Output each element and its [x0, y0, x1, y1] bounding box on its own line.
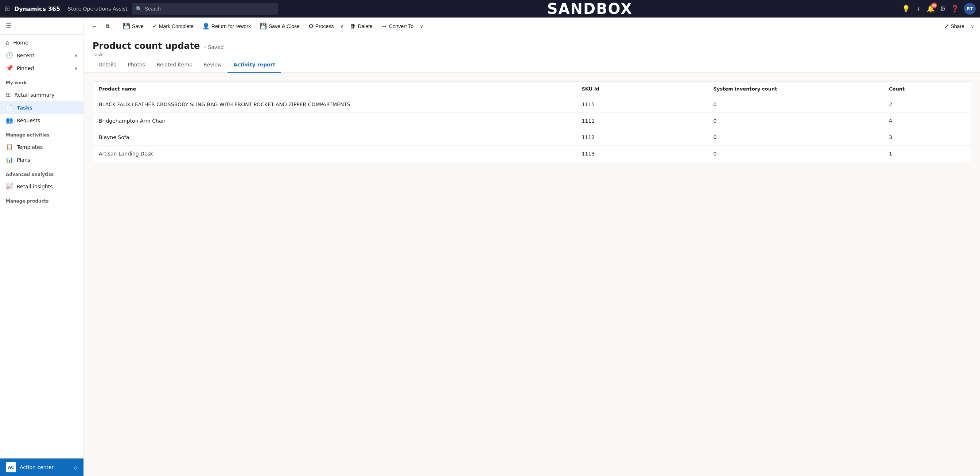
share-chevron-button[interactable]: ∨: [969, 22, 975, 31]
table-header: Product name SKU Id System inventory cou…: [93, 82, 971, 96]
home-icon: ⌂: [6, 39, 10, 46]
table-header-row: Product name SKU Id System inventory cou…: [93, 82, 971, 96]
user-avatar[interactable]: RT: [964, 3, 975, 14]
convert-to-button[interactable]: ↔ Convert To: [378, 21, 417, 32]
body-layout: ☰ ⌂ Home 🕐 Recent ∨ 📌 Pinned ∨ My work ⊞…: [0, 18, 980, 476]
column-header-system-inventory-count: System inventory count: [708, 82, 883, 96]
convert-icon: ↔: [381, 23, 387, 30]
search-input[interactable]: [145, 6, 274, 12]
advanced-analytics-label: Advanced analytics: [0, 168, 83, 179]
table-row[interactable]: Artisan Landing Desk 1113 0 1: [93, 145, 971, 162]
sandbox-label: SANDBOX: [282, 0, 897, 17]
tab-activity-report[interactable]: Activity report: [228, 57, 281, 73]
sidebar-item-label: Templates: [17, 144, 78, 150]
retail-summary-icon: ⊞: [6, 91, 11, 98]
sidebar-toggle-button[interactable]: ☰: [6, 22, 12, 30]
my-work-section-label: My work: [0, 76, 83, 87]
sidebar-item-pinned[interactable]: 📌 Pinned ∨: [0, 62, 83, 75]
convert-to-label: Convert To: [389, 23, 414, 29]
sidebar-item-tasks[interactable]: 📄 Tasks: [0, 101, 83, 114]
cell-count: 4: [883, 113, 971, 129]
cell-sku-id: 1115: [576, 96, 707, 113]
save-close-button[interactable]: 💾 Save & Close: [256, 21, 303, 32]
help-icon[interactable]: ❓: [951, 5, 959, 13]
cell-system-inventory-count: 0: [708, 145, 883, 162]
person-icon: 👤: [202, 22, 210, 30]
save-label: Save: [132, 23, 144, 29]
settings-icon[interactable]: ⚙: [940, 5, 946, 13]
plus-icon[interactable]: ＋: [915, 5, 922, 13]
delete-icon: 🗑: [350, 23, 356, 30]
action-center-chevron-icon: ◇: [74, 464, 78, 470]
pin-icon: 📌: [6, 65, 13, 72]
convert-chevron-button[interactable]: ∨: [418, 22, 425, 31]
popup-icon: ⧉: [106, 23, 110, 29]
action-center-label: Action center: [20, 464, 70, 470]
check-icon: ✓: [153, 22, 157, 30]
sidebar-item-retail-summary[interactable]: ⊞ Retail summary: [0, 88, 83, 101]
tab-review[interactable]: Review: [197, 57, 228, 73]
cell-product-name: Blayne Sofa: [93, 129, 576, 145]
lightbulb-icon[interactable]: 💡: [902, 5, 910, 13]
page-title: Product count update: [92, 41, 200, 51]
cell-sku-id: 1111: [576, 113, 707, 129]
sidebar-item-templates[interactable]: 📋 Templates: [0, 141, 83, 153]
sidebar-my-work: ⌂ Home 🕐 Recent ∨ 📌 Pinned ∨: [0, 35, 83, 76]
sidebar-work-items: ⊞ Retail summary 📄 Tasks 👥 Requests: [0, 87, 83, 128]
search-container: 🔍: [132, 3, 278, 14]
command-divider: [116, 22, 116, 31]
saved-status: - Saved: [205, 44, 224, 50]
sidebar-item-label: Tasks: [17, 105, 78, 110]
table-row[interactable]: Bridgehampton Arm Chair 1111 0 4: [93, 113, 971, 129]
recent-icon: 🕐: [6, 52, 13, 59]
cell-product-name: Artisan Landing Desk: [93, 145, 576, 162]
popup-button[interactable]: ⧉: [102, 21, 113, 31]
grid-menu-icon[interactable]: ⊞: [5, 5, 10, 13]
mark-complete-label: Mark Complete: [159, 23, 194, 29]
notifications-icon[interactable]: 🔔 99: [927, 5, 935, 13]
tab-related-items[interactable]: Related items: [151, 57, 198, 73]
sidebar: ☰ ⌂ Home 🕐 Recent ∨ 📌 Pinned ∨ My work ⊞…: [0, 18, 84, 476]
back-icon: ←: [92, 23, 97, 29]
tab-bar: Details Photos Related items Review Acti…: [84, 57, 980, 73]
mark-complete-button[interactable]: ✓ Mark Complete: [149, 21, 197, 32]
templates-icon: 📋: [6, 144, 13, 150]
table-row[interactable]: BLACK FAUX LEATHER CROSSBODY SLING BAG W…: [93, 96, 971, 113]
page-title-row: Product count update - Saved: [92, 41, 971, 51]
sidebar-item-label: Retail summary: [14, 92, 78, 98]
plans-icon: 📊: [6, 156, 13, 163]
process-chevron-button[interactable]: ∨: [339, 22, 345, 31]
save-button[interactable]: 💾 Save: [119, 21, 147, 32]
activity-report-table: Product name SKU Id System inventory cou…: [92, 81, 971, 162]
delete-button[interactable]: 🗑 Delete: [346, 21, 376, 32]
table-body: BLACK FAUX LEATHER CROSSBODY SLING BAG W…: [93, 96, 971, 162]
cell-sku-id: 1113: [576, 145, 707, 162]
back-button[interactable]: ←: [88, 21, 100, 31]
sidebar-item-action-center[interactable]: AC Action center ◇: [0, 458, 83, 476]
sidebar-analytics: 📈 Retail insights: [0, 179, 83, 194]
sidebar-item-requests[interactable]: 👥 Requests: [0, 114, 83, 127]
process-button[interactable]: ⚙ Process: [305, 21, 337, 32]
sidebar-item-plans[interactable]: 📊 Plans: [0, 153, 83, 166]
sidebar-item-recent[interactable]: 🕐 Recent ∨: [0, 49, 83, 62]
tab-photos[interactable]: Photos: [122, 57, 151, 73]
tab-details[interactable]: Details: [92, 57, 122, 73]
page-subtitle: Task: [92, 52, 971, 57]
table-row[interactable]: Blayne Sofa 1112 0 3: [93, 129, 971, 145]
app-name: Dynamics 365: [14, 5, 60, 13]
tasks-icon: 📄: [6, 104, 13, 111]
return-rework-button[interactable]: 👤 Return for rework: [199, 21, 255, 32]
nav-icons: 💡 ＋ 🔔 99 ⚙ ❓ RT: [902, 3, 975, 14]
retail-insights-icon: 📈: [6, 183, 13, 190]
notification-badge: 99: [931, 3, 937, 8]
column-header-sku-id: SKU Id: [576, 82, 707, 96]
share-button[interactable]: ↗ Share: [940, 21, 968, 32]
cell-sku-id: 1112: [576, 129, 707, 145]
sidebar-item-label: Plans: [17, 157, 78, 163]
save-close-icon: 💾: [259, 22, 267, 30]
chevron-down-icon: ∨: [75, 66, 78, 71]
share-label: Share: [951, 23, 964, 29]
brand-section: Dynamics 365 Store Operations Assist: [14, 5, 127, 13]
sidebar-item-home[interactable]: ⌂ Home: [0, 36, 83, 49]
sidebar-item-retail-insights[interactable]: 📈 Retail insights: [0, 180, 83, 193]
